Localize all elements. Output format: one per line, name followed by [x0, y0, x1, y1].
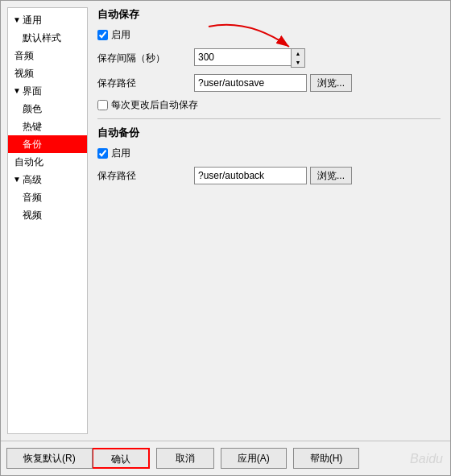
- sidebar: ▼ 通用 默认样式 音频 视频 ▼ 界面 颜色 热键: [7, 7, 88, 434]
- expand-icon-general: ▼: [13, 13, 21, 27]
- sidebar-item-default-style[interactable]: 默认样式: [8, 29, 87, 47]
- sidebar-item-interface[interactable]: ▼ 界面: [8, 82, 87, 100]
- autobackup-browse-btn[interactable]: 浏览...: [310, 167, 352, 184]
- autobackup-path-row: 保存路径 浏览...: [97, 167, 441, 184]
- autosave-browse-btn[interactable]: 浏览...: [310, 74, 352, 92]
- dialog-footer: 恢复默认(R) 确认 取消 应用(A) 帮助(H): [1, 441, 450, 475]
- expand-icon-advanced: ▼: [13, 172, 21, 187]
- autosave-section-title: 自动保存: [97, 7, 441, 22]
- autosave-interval-label: 保存间隔（秒）: [97, 52, 194, 65]
- autobackup-enable-row: 启用: [97, 147, 441, 160]
- sidebar-item-advanced[interactable]: ▼ 高级: [8, 171, 87, 188]
- expand-icon-interface: ▼: [13, 84, 21, 98]
- sidebar-item-video[interactable]: 视频: [8, 64, 87, 82]
- sidebar-item-general[interactable]: ▼ 通用: [8, 11, 87, 29]
- autosave-each-change-row: 每次更改后自动保存: [97, 98, 441, 112]
- sidebar-item-adv-audio[interactable]: 音频: [8, 188, 87, 206]
- sidebar-item-hotkey[interactable]: 热键: [8, 118, 87, 135]
- sidebar-item-audio[interactable]: 音频: [8, 47, 87, 64]
- sidebar-item-adv-video[interactable]: 视频: [8, 206, 87, 224]
- sidebar-item-automation[interactable]: 自动化: [8, 153, 87, 171]
- autobackup-path-input[interactable]: [194, 167, 307, 184]
- sidebar-item-backup[interactable]: 备份: [8, 135, 87, 153]
- section-divider: [97, 118, 441, 119]
- apply-btn[interactable]: 应用(A): [221, 448, 287, 469]
- dialog-content: ▼ 通用 默认样式 音频 视频 ▼ 界面 颜色 热键: [1, 1, 450, 441]
- autosave-path-label: 保存路径: [97, 77, 194, 90]
- spinbox-up-btn[interactable]: ▲: [292, 49, 304, 58]
- autosave-interval-input[interactable]: [194, 48, 291, 66]
- autobackup-path-label: 保存路径: [97, 169, 194, 183]
- cancel-btn[interactable]: 取消: [156, 448, 214, 469]
- autosave-each-change-checkbox[interactable]: [97, 100, 108, 110]
- autosave-path-row: 保存路径 浏览...: [97, 74, 441, 92]
- spinbox-down-btn[interactable]: ▼: [292, 58, 304, 67]
- autobackup-section-title: 自动备份: [97, 126, 441, 140]
- autobackup-enable-checkbox[interactable]: [97, 148, 108, 159]
- sidebar-item-color[interactable]: 颜色: [8, 100, 87, 118]
- main-content: 自动保存 启用 保存间隔（秒） ▲ ▼: [88, 1, 450, 441]
- spinbox-buttons: ▲ ▼: [291, 48, 305, 68]
- autosave-enable-row: 启用: [97, 28, 441, 42]
- confirm-btn[interactable]: 确认: [92, 448, 150, 469]
- autosave-path-input[interactable]: [194, 74, 307, 92]
- autosave-enable-checkbox[interactable]: [97, 30, 108, 40]
- autosave-interval-row: 保存间隔（秒） ▲ ▼: [97, 48, 441, 68]
- settings-dialog: ▼ 通用 默认样式 音频 视频 ▼ 界面 颜色 热键: [0, 0, 451, 476]
- restore-default-btn[interactable]: 恢复默认(R): [6, 448, 93, 469]
- autosave-interval-spinbox: ▲ ▼: [194, 48, 305, 68]
- help-btn[interactable]: 帮助(H): [293, 448, 360, 469]
